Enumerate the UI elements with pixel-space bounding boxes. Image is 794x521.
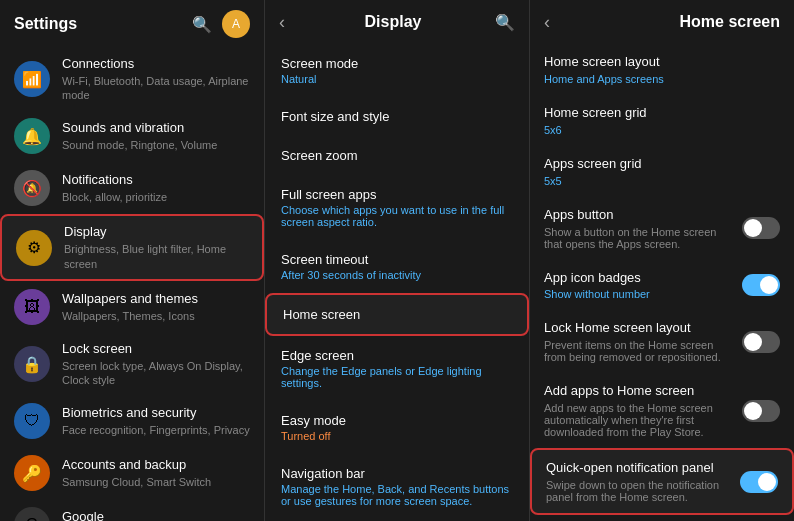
easy-mode-title: Easy mode [281,413,513,428]
home-screen-title: Home screen [680,13,781,31]
lockscreen-icon: 🔒 [14,346,50,382]
quick-open-notification-title: Quick-open notification panel [546,460,730,477]
sidebar-item-notifications[interactable]: 🔕NotificationsBlock, allow, prioritize [0,162,264,214]
home-grid-title: Home screen grid [544,105,770,122]
display-item-font-size[interactable]: Font size and style [265,97,529,136]
edge-screen-subtitle: Change the Edge panels or Edge lighting … [281,365,513,389]
biometrics-subtitle: Face recognition, Fingerprints, Privacy [62,423,250,437]
display-item-screen-timeout[interactable]: Screen timeoutAfter 30 seconds of inacti… [265,240,529,293]
display-item-screen-mode[interactable]: Screen modeNatural [265,44,529,97]
display-subtitle: Brightness, Blue light filter, Home scre… [64,242,248,271]
settings-panel: Settings 🔍 A 📶ConnectionsWi-Fi, Bluetoot… [0,0,265,521]
display-panel: ‹ Display 🔍 Screen modeNaturalFont size … [265,0,530,521]
connections-title: Connections [62,56,250,73]
add-apps-title: Add apps to Home screen [544,383,732,400]
display-item-edge-screen[interactable]: Edge screenChange the Edge panels or Edg… [265,336,529,401]
add-apps-toggle[interactable] [742,400,780,422]
settings-header: Settings 🔍 A [0,0,264,48]
sounds-icon: 🔔 [14,118,50,154]
display-list: Screen modeNaturalFont size and styleScr… [265,44,529,521]
apps-button-title: Apps button [544,207,732,224]
notifications-title: Notifications [62,172,250,189]
navigation-bar-title: Navigation bar [281,466,513,481]
home-layout-title: Home screen layout [544,54,770,71]
sidebar-item-sounds[interactable]: 🔔Sounds and vibrationSound mode, Rington… [0,110,264,162]
home-item-quick-open-notification[interactable]: Quick-open notification panelSwipe down … [530,448,794,515]
home-item-apps-button[interactable]: Apps buttonShow a button on the Home scr… [530,197,794,260]
connections-subtitle: Wi-Fi, Bluetooth, Data usage, Airplane m… [62,74,250,103]
back-icon-right[interactable]: ‹ [544,12,550,33]
screen-mode-subtitle: Natural [281,73,513,85]
back-icon[interactable]: ‹ [279,12,285,33]
quick-open-notification-subtitle: Swipe down to open the notification pane… [546,479,730,503]
home-item-add-apps[interactable]: Add apps to Home screenAdd new apps to t… [530,373,794,448]
lockscreen-title: Lock screen [62,341,250,358]
home-screen-list: Home screen layoutHome and Apps screensH… [530,44,794,521]
sidebar-item-accounts[interactable]: 🔑Accounts and backupSamsung Cloud, Smart… [0,447,264,499]
connections-icon: 📶 [14,61,50,97]
accounts-icon: 🔑 [14,455,50,491]
wallpapers-icon: 🖼 [14,289,50,325]
font-size-title: Font size and style [281,109,513,124]
full-screen-title: Full screen apps [281,187,513,202]
apps-grid-title: Apps screen grid [544,156,770,173]
home-item-rotate-landscape[interactable]: Rotate to landscape modeRotate the Home … [530,515,794,521]
navigation-bar-subtitle: Manage the Home, Back, and Recents butto… [281,483,513,507]
accounts-title: Accounts and backup [62,457,250,474]
header-icons: 🔍 A [192,10,250,38]
display-icon: ⚙ [16,230,52,266]
screen-mode-title: Screen mode [281,56,513,71]
display-item-home-screen[interactable]: Home screen [265,293,529,336]
full-screen-subtitle: Choose which apps you want to use in the… [281,204,513,228]
biometrics-icon: 🛡 [14,403,50,439]
sidebar-item-google[interactable]: GGoogleGoogle settings [0,499,264,521]
home-screen-header: ‹ Home screen [530,0,794,44]
lockscreen-subtitle: Screen lock type, Always On Display, Clo… [62,359,250,388]
app-icon-badges-title: App icon badges [544,270,732,287]
home-layout-subtitle: Home and Apps screens [544,73,770,85]
home-item-home-layout[interactable]: Home screen layoutHome and Apps screens [530,44,794,95]
app-icon-badges-toggle[interactable] [742,274,780,296]
app-icon-badges-subtitle: Show without number [544,288,732,300]
notifications-icon: 🔕 [14,170,50,206]
home-item-lock-home-layout[interactable]: Lock Home screen layoutPrevent items on … [530,310,794,373]
home-screen-panel: ‹ Home screen Home screen layoutHome and… [530,0,794,521]
add-apps-subtitle: Add new apps to the Home screen automati… [544,402,732,438]
display-item-navigation-bar[interactable]: Navigation barManage the Home, Back, and… [265,454,529,519]
search-icon[interactable]: 🔍 [192,15,212,34]
screen-zoom-title: Screen zoom [281,148,513,163]
screen-timeout-subtitle: After 30 seconds of inactivity [281,269,513,281]
google-title: Google [62,509,250,521]
quick-open-notification-toggle[interactable] [740,471,778,493]
sounds-subtitle: Sound mode, Ringtone, Volume [62,138,250,152]
notifications-subtitle: Block, allow, prioritize [62,190,250,204]
edge-screen-title: Edge screen [281,348,513,363]
sidebar-item-biometrics[interactable]: 🛡Biometrics and securityFace recognition… [0,395,264,447]
sidebar-item-connections[interactable]: 📶ConnectionsWi-Fi, Bluetooth, Data usage… [0,48,264,110]
settings-list: 📶ConnectionsWi-Fi, Bluetooth, Data usage… [0,48,264,521]
home-item-apps-grid[interactable]: Apps screen grid5x5 [530,146,794,197]
apps-grid-subtitle: 5x5 [544,175,770,187]
display-item-easy-mode[interactable]: Easy modeTurned off [265,401,529,454]
home-item-home-grid[interactable]: Home screen grid5x6 [530,95,794,146]
lock-home-layout-subtitle: Prevent items on the Home screen from be… [544,339,732,363]
wallpapers-subtitle: Wallpapers, Themes, Icons [62,309,250,323]
settings-title: Settings [14,15,77,33]
display-item-screen-zoom[interactable]: Screen zoom [265,136,529,175]
wallpapers-title: Wallpapers and themes [62,291,250,308]
avatar[interactable]: A [222,10,250,38]
sounds-title: Sounds and vibration [62,120,250,137]
lock-home-layout-toggle[interactable] [742,331,780,353]
display-item-full-screen[interactable]: Full screen appsChoose which apps you wa… [265,175,529,240]
search-icon-middle[interactable]: 🔍 [495,13,515,32]
display-title: Display [64,224,248,241]
sidebar-item-display[interactable]: ⚙DisplayBrightness, Blue light filter, H… [0,214,264,280]
home-screen-title: Home screen [283,307,511,322]
home-grid-subtitle: 5x6 [544,124,770,136]
sidebar-item-wallpapers[interactable]: 🖼Wallpapers and themesWallpapers, Themes… [0,281,264,333]
easy-mode-subtitle: Turned off [281,430,513,442]
apps-button-subtitle: Show a button on the Home screen that op… [544,226,732,250]
apps-button-toggle[interactable] [742,217,780,239]
home-item-app-icon-badges[interactable]: App icon badgesShow without number [530,260,794,311]
sidebar-item-lockscreen[interactable]: 🔒Lock screenScreen lock type, Always On … [0,333,264,395]
